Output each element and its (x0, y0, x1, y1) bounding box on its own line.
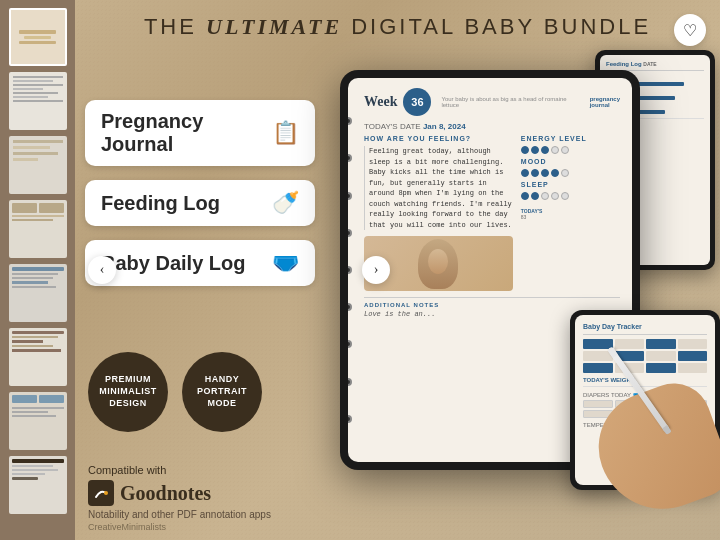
feature-label-3: Baby Daily Log (101, 252, 245, 275)
feature-pregnancy-journal[interactable]: Pregnancy Journal 📋 (85, 100, 315, 166)
week-badge: 36 (403, 88, 431, 116)
thumb-5[interactable] (9, 264, 67, 322)
badge-premium: PREMIUM MINIMALIST DESIGN (88, 352, 168, 432)
heart-icon: ♡ (683, 21, 697, 40)
mood-section-title: MOOD (521, 158, 620, 165)
baby-size: 83 (521, 214, 620, 220)
date-line: TODAY'S DATE Jan 8, 2024 (364, 122, 620, 131)
thumb-2[interactable] (9, 72, 67, 130)
energy-bars (521, 146, 620, 154)
nav-next-button[interactable]: › (362, 256, 390, 284)
feature-baby-daily-log[interactable]: Baby Daily Log 🩲 (85, 240, 315, 286)
energy-bar-4 (551, 146, 559, 154)
energy-bar-1 (521, 146, 529, 154)
header: THE ULTIMATE DIGITAL BABY BUNDLE (85, 14, 710, 40)
feature-list: Pregnancy Journal 📋 Feeding Log 🍼 Baby D… (85, 100, 315, 286)
thumb-7[interactable] (9, 392, 67, 450)
week-label: Week (364, 94, 397, 110)
goodnotes-text: Goodnotes (120, 482, 211, 505)
main-container: THE ULTIMATE DIGITAL BABY BUNDLE Pregnan… (0, 0, 720, 540)
thumb-1[interactable] (9, 8, 67, 66)
journal-feeling-text: Feeling great today, although sleep is a… (364, 146, 513, 230)
sidebar-thumbnails (0, 0, 75, 540)
journal-header: Week 36 Your baby is about as big as a h… (364, 88, 620, 116)
compatible-sub: Notability and other PDF annotation apps (88, 509, 271, 520)
badge-portrait: HANDY PORTRAIT MODE (182, 352, 262, 432)
feature-label-2: Feeding Log (101, 192, 220, 215)
sleep-section-title: SLEEP (521, 181, 620, 188)
thumb-3[interactable] (9, 136, 67, 194)
sleep-section: SLEEP (521, 181, 620, 200)
energy-bar-5 (561, 146, 569, 154)
secondary-title: Feeding Log DATE (606, 61, 704, 67)
badges: PREMIUM MINIMALIST DESIGN HANDY PORTRAIT… (88, 352, 262, 432)
energy-bar-3 (541, 146, 549, 154)
diaper-icon: 🩲 (272, 250, 299, 276)
compatible-label: Compatible with (88, 464, 271, 476)
nav-prev-button[interactable]: ‹ (88, 256, 116, 284)
thumb-4[interactable] (9, 200, 67, 258)
favorite-button[interactable]: ♡ (674, 14, 706, 46)
hand-overlay (550, 310, 720, 510)
bottle-icon: 🍼 (272, 190, 299, 216)
thumb-6[interactable] (9, 328, 67, 386)
energy-section-title: ENERGY LEVEL (521, 135, 620, 142)
notes-label: ADDITIONAL NOTES (364, 302, 620, 308)
notebook-icon: 📋 (272, 120, 299, 146)
thumb-8[interactable] (9, 456, 67, 514)
feature-feeding-log[interactable]: Feeding Log 🍼 (85, 180, 315, 226)
journal-badge: pregnancyjournal (590, 96, 620, 108)
goodnotes-icon (88, 480, 114, 506)
compatible-section: Compatible with Goodnotes Notability and… (88, 464, 271, 520)
journal-tagline: Your baby is about as big as a head of r… (441, 96, 583, 108)
goodnotes-row: Goodnotes (88, 480, 271, 506)
journal-col-right: ENERGY LEVEL MOOD (521, 135, 620, 291)
feature-label-1: Pregnancy Journal (101, 110, 272, 156)
main-title: THE ULTIMATE DIGITAL BABY BUNDLE (85, 14, 710, 40)
feeling-section-title: HOW ARE YOU FEELING? (364, 135, 513, 142)
mood-section: MOOD (521, 158, 620, 177)
svg-point-0 (104, 491, 108, 495)
energy-bar-2 (531, 146, 539, 154)
watermark: CreativeMinimalists (88, 522, 166, 532)
journal-columns: HOW ARE YOU FEELING? Feeling great today… (364, 135, 620, 291)
